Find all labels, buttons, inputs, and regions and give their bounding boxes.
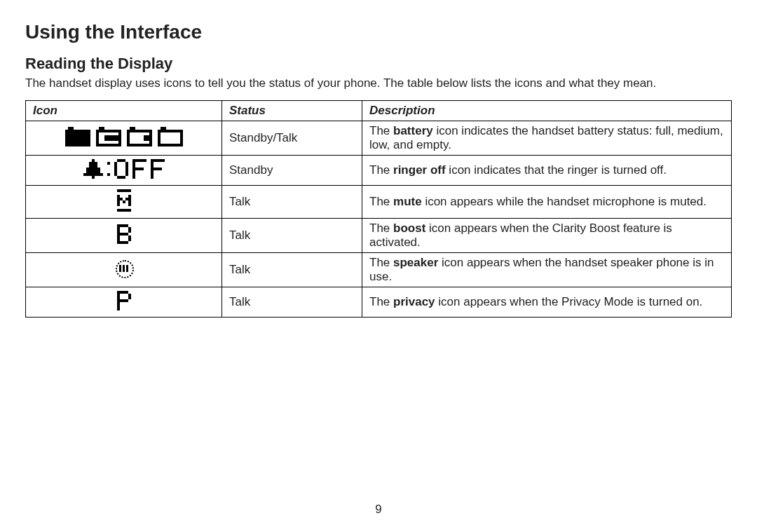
desc-post: icon appears while the handset microphon… [422, 195, 707, 208]
desc-pre: The [369, 295, 393, 308]
desc-post: icon appears when the Privacy Mode is tu… [435, 295, 703, 308]
desc-pre: The [369, 163, 393, 177]
boost-icon [117, 233, 131, 247]
desc-pre: The [369, 195, 393, 208]
desc-cell: The battery icon indicates the handset b… [362, 121, 732, 156]
table-row: Talk The privacy icon appears when the P… [26, 287, 732, 318]
mute-icon [117, 201, 131, 214]
ringer-off-icon [83, 168, 165, 182]
desc-cell: The privacy icon appears when the Privac… [362, 287, 732, 318]
battery-levels-icon [65, 136, 183, 149]
table-row: Talk The speaker icon appears when the h… [26, 253, 732, 287]
table-row: Standby/Talk The battery icon indicates … [26, 121, 732, 156]
section-title: Reading the Display [25, 55, 732, 73]
table-row: Talk The boost icon appears when the Cla… [26, 219, 732, 253]
desc-bold: privacy [393, 295, 435, 308]
desc-bold: speaker [393, 256, 438, 269]
desc-cell: The mute icon appears while the handset … [362, 186, 732, 219]
desc-bold: ringer off [393, 163, 446, 177]
desc-cell: The speaker icon appears when the handse… [362, 253, 732, 287]
status-cell: Standby [222, 156, 362, 186]
intro-text: The handset display uses icons to tell y… [25, 76, 732, 90]
status-cell: Talk [222, 186, 362, 219]
icon-table: Icon Status Description Standby/Talk The… [25, 100, 732, 318]
desc-pre: The [369, 256, 393, 269]
desc-pre: The [369, 221, 393, 235]
desc-cell: The ringer off icon indicates that the r… [362, 156, 732, 186]
header-icon: Icon [26, 101, 222, 121]
status-cell: Talk [222, 253, 362, 287]
page-title: Using the Interface [25, 21, 732, 43]
status-cell: Talk [222, 219, 362, 253]
desc-pre: The [369, 124, 393, 137]
table-row: Talk The mute icon appears while the han… [26, 186, 732, 219]
header-status: Status [222, 101, 362, 121]
status-cell: Talk [222, 287, 362, 318]
header-desc: Description [362, 101, 732, 121]
status-cell: Standby/Talk [222, 121, 362, 156]
table-row: Standby The ringer off icon indicates th… [26, 156, 732, 186]
page-number: 9 [0, 503, 757, 517]
table-header-row: Icon Status Description [26, 101, 732, 121]
desc-post: icon indicates that the ringer is turned… [446, 163, 667, 177]
desc-bold: mute [393, 195, 422, 208]
desc-cell: The boost icon appears when the Clarity … [362, 219, 732, 253]
speaker-icon [113, 257, 135, 280]
desc-bold: battery [393, 124, 433, 137]
privacy-icon [117, 300, 131, 313]
desc-bold: boost [393, 221, 425, 235]
